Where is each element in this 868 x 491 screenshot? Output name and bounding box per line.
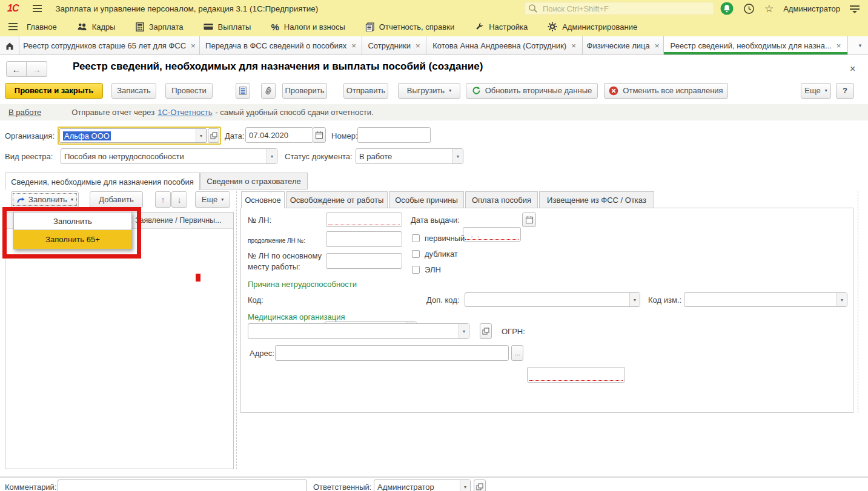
post-button[interactable]: Провести: [165, 83, 213, 99]
detail-tab-benefit-payment[interactable]: Оплата пособия: [465, 191, 538, 208]
tab-fss-transfer[interactable]: Передача в ФСС сведений о пособиях ×: [200, 36, 362, 54]
main-tab-insurer-info[interactable]: Сведения о страхователе: [200, 173, 308, 189]
ogrn-input[interactable]: [527, 367, 625, 383]
home-tab[interactable]: [0, 36, 19, 54]
date-input[interactable]: 07.04.2020: [245, 127, 313, 143]
close-icon[interactable]: ×: [191, 41, 196, 50]
issue-date-input[interactable]: . .: [463, 227, 521, 242]
notifications-bell-icon[interactable]: [720, 2, 734, 15]
add-button[interactable]: Добавить: [90, 191, 143, 208]
chevron-down-icon[interactable]: ▾: [460, 480, 470, 491]
close-icon[interactable]: ×: [837, 41, 841, 50]
move-up-button[interactable]: ↑: [155, 191, 171, 208]
additional-code-combo[interactable]: ▾: [465, 292, 640, 307]
detail-tab-fss-notice[interactable]: Извещение из ФСС / Отказ: [539, 191, 654, 208]
menu-item-salary[interactable]: Зарплата: [136, 22, 184, 31]
comment-input[interactable]: [58, 479, 307, 491]
chevron-down-icon[interactable]: ▾: [452, 149, 463, 163]
organization-combo[interactable]: Альфа ООО ▾: [59, 128, 207, 143]
registry-kind-combo[interactable]: Пособия по нетрудоспособности ▾: [61, 148, 277, 164]
check-button[interactable]: Проверить: [282, 83, 327, 99]
tab-individuals[interactable]: Физические лица ×: [583, 36, 664, 54]
close-icon[interactable]: ×: [351, 41, 356, 50]
duplicate-checkbox-row[interactable]: дубликат: [412, 249, 458, 259]
eln-checkbox[interactable]: [412, 266, 420, 274]
forward-button[interactable]: →: [27, 61, 47, 77]
detail-tab-main[interactable]: Основное: [241, 191, 285, 208]
menu-item-main[interactable]: Главное: [27, 22, 57, 31]
primary-checkbox[interactable]: [412, 234, 420, 242]
close-icon[interactable]: ×: [571, 41, 576, 50]
move-down-button[interactable]: ↓: [171, 191, 187, 208]
tab-registry-65plus[interactable]: Реестр сотрудников старше 65 лет для ФСС…: [19, 36, 200, 54]
chevron-down-icon[interactable]: ▾: [459, 324, 469, 338]
service-menu-icon[interactable]: [850, 5, 860, 12]
post-and-close-button[interactable]: Провести и закрыть: [5, 83, 103, 99]
tab-benefits-registry-active[interactable]: Реестр сведений, необходимых для назна..…: [664, 36, 848, 54]
chevron-down-icon[interactable]: ▾: [837, 293, 847, 306]
fill-menu-item-65plus[interactable]: Заполнить 65+: [14, 229, 131, 249]
code-change-combo[interactable]: ▾: [684, 292, 847, 307]
close-icon[interactable]: ×: [416, 41, 420, 50]
menu-item-administration[interactable]: Администрирование: [548, 22, 637, 31]
cancel-corrections-button[interactable]: Отменить все исправления: [604, 83, 728, 99]
primary-checkbox-row[interactable]: первичный: [412, 234, 465, 243]
panel-splitter[interactable]: [236, 191, 237, 469]
date-calendar-button[interactable]: [313, 127, 326, 143]
chevron-down-icon[interactable]: ▾: [267, 149, 277, 163]
send-button[interactable]: Отправить: [343, 83, 388, 99]
favorites-star-icon[interactable]: ☆: [764, 4, 774, 14]
organization-open-button[interactable]: [208, 128, 219, 143]
ln-number-input[interactable]: [326, 213, 402, 227]
tab-kotova[interactable]: Котова Анна Андреевна (Сотрудник) ×: [426, 36, 583, 54]
refresh-secondary-button[interactable]: Обновить вторичные данные: [466, 83, 598, 99]
back-button[interactable]: ←: [6, 61, 27, 77]
1c-reporting-link[interactable]: 1С-Отчетность: [157, 108, 212, 117]
duplicate-checkbox[interactable]: [412, 250, 420, 258]
status-link[interactable]: В работе: [8, 108, 41, 117]
number-input[interactable]: [357, 127, 431, 143]
attachments-button[interactable]: [261, 83, 276, 99]
global-search[interactable]: [524, 2, 714, 15]
history-clock-icon[interactable]: [743, 3, 755, 15]
responsible-open-button[interactable]: [474, 479, 486, 491]
button-label: Отправить: [346, 86, 385, 95]
medical-org-combo[interactable]: ▾: [248, 323, 469, 339]
doc-status-combo[interactable]: В работе ▾: [356, 148, 463, 164]
menu-item-settings[interactable]: Настройка: [474, 22, 528, 31]
menu-item-reports[interactable]: Отчетность, справки: [365, 22, 454, 31]
menu-item-hr[interactable]: Кадры: [77, 22, 116, 31]
main-menu-icon[interactable]: [33, 8, 42, 9]
menu-item-payments[interactable]: Выплаты: [204, 22, 251, 31]
tab-list-dropdown[interactable]: ▾: [852, 36, 868, 54]
detail-tab-special-causes[interactable]: Особые причины: [389, 191, 464, 208]
ln-main-workplace-input[interactable]: [326, 253, 402, 269]
write-button[interactable]: Записать: [111, 83, 156, 99]
search-input[interactable]: [542, 4, 710, 14]
unload-button[interactable]: Выгрузить ▾: [398, 83, 460, 99]
structure-button[interactable]: [236, 83, 250, 99]
eln-checkbox-row[interactable]: ЭЛН: [412, 265, 441, 274]
more-button[interactable]: Еще ▾: [801, 83, 831, 99]
close-icon[interactable]: ×: [655, 41, 660, 50]
sections-panel-icon[interactable]: [8, 26, 18, 27]
fill-menu-item[interactable]: Заполнить: [14, 213, 131, 229]
chevron-down-icon[interactable]: ▾: [629, 293, 640, 306]
current-user[interactable]: Администратор: [783, 4, 840, 13]
left-more-button[interactable]: Еще ▾: [195, 191, 230, 208]
responsible-combo[interactable]: Администратор ▾: [374, 479, 471, 491]
medical-org-open-button[interactable]: [480, 323, 492, 339]
tab-employees[interactable]: Сотрудники ×: [362, 36, 426, 54]
fill-button[interactable]: Заполнить ▾: [11, 191, 79, 208]
main-tab-benefit-info[interactable]: Сведения, необходимые для назначения пос…: [5, 173, 200, 190]
address-input[interactable]: [275, 345, 509, 361]
ln-continuation-input[interactable]: [326, 231, 402, 247]
chevron-down-icon[interactable]: ▾: [196, 129, 206, 142]
menu-item-taxes[interactable]: % Налоги и взносы: [271, 22, 345, 32]
detail-tab-work-release[interactable]: Освобождение от работы: [286, 191, 388, 208]
issue-date-calendar-button[interactable]: [522, 213, 536, 227]
close-form-icon[interactable]: ×: [850, 64, 855, 74]
right-edge-splitter[interactable]: [858, 191, 858, 413]
address-picker-button[interactable]: ...: [511, 345, 523, 361]
help-button[interactable]: ?: [836, 83, 854, 99]
